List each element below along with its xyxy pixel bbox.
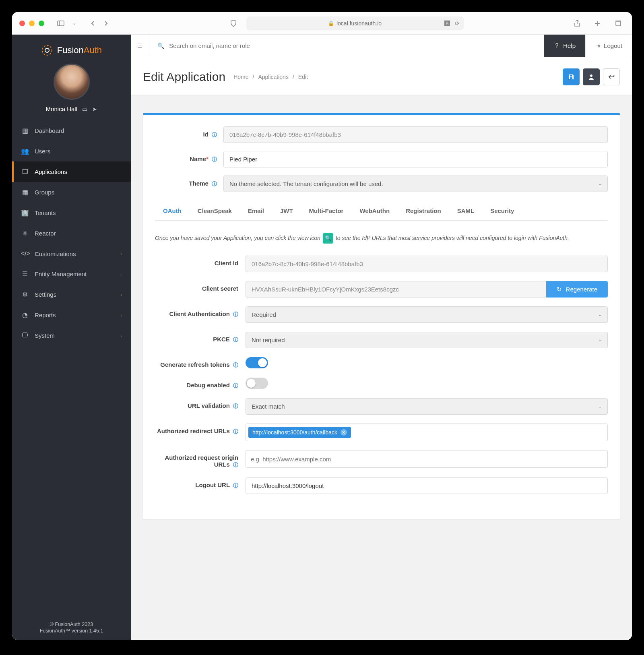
- forward-button[interactable]: [100, 18, 111, 29]
- name-field[interactable]: [223, 151, 608, 167]
- users-icon: 👥: [21, 147, 29, 155]
- tab-webauthn[interactable]: WebAuthn: [351, 202, 398, 221]
- logout-url-label: Logout URL: [195, 481, 230, 488]
- origin-urls-label: Authorized request origin URLs: [165, 454, 238, 468]
- sidebar-item-users[interactable]: 👥Users: [12, 141, 131, 161]
- sidebar-item-settings[interactable]: ⚙Settings‹: [12, 284, 131, 305]
- address-bar[interactable]: 🔒 local.fusionauth.io 🅰 ⟳: [246, 17, 464, 30]
- translate-icon[interactable]: 🅰: [444, 20, 450, 27]
- info-icon[interactable]: ⓘ: [233, 428, 238, 434]
- nav: ▥Dashboard 👥Users ❒Applications ▦Groups …: [12, 120, 131, 615]
- remove-tag-icon[interactable]: ✕: [341, 429, 347, 436]
- logo-text: FusionAuth: [57, 45, 102, 56]
- tab-cleanspeak[interactable]: CleanSpeak: [190, 202, 240, 221]
- minimize-window[interactable]: [29, 21, 35, 26]
- back-action-button[interactable]: [603, 68, 620, 85]
- info-icon[interactable]: ⓘ: [233, 482, 238, 488]
- close-window[interactable]: [19, 21, 25, 26]
- origin-urls-input[interactable]: [246, 450, 608, 468]
- redirect-urls-input[interactable]: http://localhost:3000/auth/callback✕: [246, 424, 608, 441]
- info-icon[interactable]: ⓘ: [212, 132, 217, 138]
- sidebar-item-groups[interactable]: ▦Groups: [12, 182, 131, 202]
- sidebar-item-tenants[interactable]: 🏢Tenants: [12, 202, 131, 223]
- help-button[interactable]: ？Help: [544, 35, 585, 57]
- crumb-applications[interactable]: Applications: [258, 74, 289, 80]
- sidebar-item-applications[interactable]: ❒Applications: [12, 161, 131, 182]
- tab-jwt[interactable]: JWT: [272, 202, 301, 221]
- client-id-field: [246, 256, 608, 272]
- chevron-down-icon: ⌄: [598, 337, 602, 343]
- chevron-left-icon: ‹: [120, 251, 122, 256]
- debug-toggle[interactable]: [246, 378, 268, 389]
- new-tab-icon[interactable]: [591, 17, 604, 29]
- tab-security[interactable]: Security: [482, 202, 522, 221]
- origin-url-add[interactable]: [248, 453, 605, 465]
- page-title: Edit Application: [143, 70, 225, 84]
- url-validation-label: URL validation: [188, 402, 230, 409]
- avatar[interactable]: [54, 64, 90, 100]
- name-label: Name: [190, 155, 206, 162]
- chevron-down-icon: ⌄: [598, 404, 602, 409]
- tab-email[interactable]: Email: [240, 202, 272, 221]
- tabs-icon[interactable]: [611, 17, 625, 29]
- info-icon[interactable]: ⓘ: [212, 156, 217, 162]
- sidebar-item-reports[interactable]: ◔Reports‹: [12, 305, 131, 325]
- sidebar-item-reactor[interactable]: ⚛Reactor: [12, 223, 131, 244]
- building-icon: 🏢: [21, 209, 29, 217]
- chevron-down-icon[interactable]: ⌄: [69, 18, 79, 28]
- info-icon[interactable]: ⓘ: [233, 337, 238, 343]
- logout-url-field[interactable]: [246, 477, 608, 494]
- regenerate-button[interactable]: ↻Regenerate: [546, 281, 608, 298]
- maximize-window[interactable]: [39, 21, 44, 26]
- sidebar-item-entity-management[interactable]: ☰Entity Management‹: [12, 264, 131, 284]
- theme-select[interactable]: No theme selected. The tenant configurat…: [223, 176, 608, 192]
- info-icon[interactable]: ⓘ: [233, 311, 238, 317]
- save-button[interactable]: [563, 68, 580, 85]
- debug-label: Debug enabled: [186, 382, 230, 388]
- refresh-tokens-toggle[interactable]: [246, 357, 268, 368]
- pkce-select[interactable]: Not required⌄: [246, 332, 608, 348]
- refresh-icon: ↻: [557, 286, 562, 293]
- user-action-button[interactable]: [583, 68, 600, 85]
- theme-label: Theme: [189, 180, 208, 187]
- back-button[interactable]: [87, 18, 99, 29]
- client-secret-field: [246, 281, 546, 298]
- crumb-home[interactable]: Home: [233, 74, 248, 80]
- content: Id ⓘ Name* ⓘ Theme ⓘ No theme selected. …: [131, 95, 632, 640]
- info-icon[interactable]: ⓘ: [212, 181, 217, 187]
- search-icon: 🔍: [157, 43, 164, 49]
- sidebar-item-customizations[interactable]: </>Customizations‹: [12, 244, 131, 264]
- share-icon[interactable]: [571, 17, 584, 29]
- sidebar-toggle-icon[interactable]: [54, 18, 68, 29]
- intro-text: Once you have saved your Application, yo…: [155, 233, 608, 244]
- location-icon[interactable]: ➤: [92, 106, 97, 112]
- tab-saml[interactable]: SAML: [449, 202, 483, 221]
- info-icon[interactable]: ⓘ: [233, 403, 238, 409]
- tab-oauth[interactable]: OAuth: [155, 202, 190, 221]
- logout-button[interactable]: ⇥Logout: [585, 35, 632, 57]
- search: 🔍: [149, 35, 544, 57]
- page-header: Edit Application Home/ Applications/ Edi…: [131, 57, 632, 95]
- hamburger-icon[interactable]: ☰: [131, 35, 149, 57]
- reload-icon[interactable]: ⟳: [455, 20, 460, 27]
- url-validation-select[interactable]: Exact match⌄: [246, 398, 608, 415]
- url-host: local.fusionauth.io: [336, 20, 382, 27]
- id-card-icon[interactable]: ▭: [82, 106, 87, 112]
- client-auth-select[interactable]: Required⌄: [246, 306, 608, 323]
- info-icon[interactable]: ⓘ: [233, 382, 238, 388]
- client-auth-label: Client Authentication: [169, 310, 230, 317]
- user-row: Monica Hall ▭ ➤: [12, 105, 131, 120]
- tab-multi-factor[interactable]: Multi-Factor: [301, 202, 352, 221]
- shield-icon[interactable]: [227, 17, 240, 29]
- chevron-down-icon: ⌄: [598, 312, 602, 317]
- sidebar-item-system[interactable]: 🖵System‹: [12, 325, 131, 345]
- atom-icon: ⚛: [21, 229, 29, 237]
- info-icon[interactable]: ⓘ: [233, 462, 238, 468]
- id-field: [223, 126, 608, 143]
- tab-registration[interactable]: Registration: [398, 202, 449, 221]
- sidebar-item-dashboard[interactable]: ▥Dashboard: [12, 120, 131, 141]
- info-icon[interactable]: ⓘ: [233, 362, 238, 368]
- lock-icon: 🔒: [328, 21, 334, 26]
- search-input[interactable]: [169, 42, 536, 49]
- logout-icon: ⇥: [595, 42, 601, 50]
